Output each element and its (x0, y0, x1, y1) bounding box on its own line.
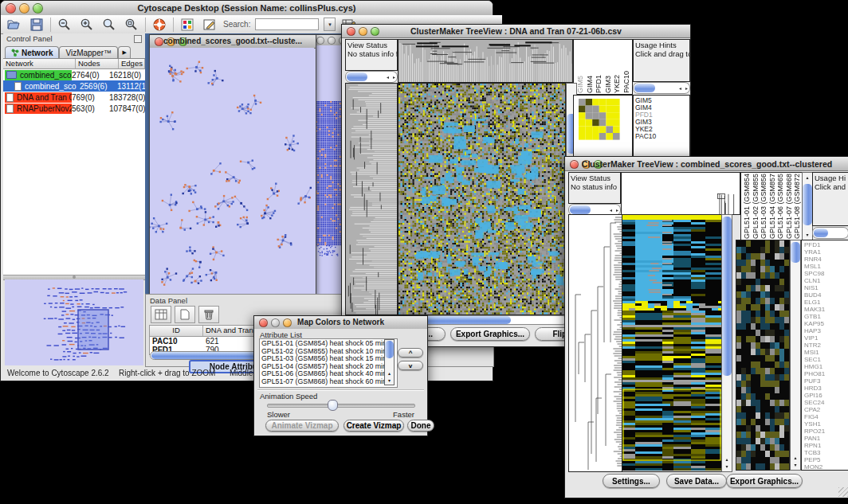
tv2-detail-vscrollbar[interactable]: ▴ ▾ (790, 240, 801, 471)
column-label[interactable]: GPL51-08 (GSM872) (793, 174, 802, 239)
gene-label[interactable]: YSH1 (804, 420, 848, 428)
attribute-list[interactable]: GPL51-01 (GSM854) heat shock 05 minGPL51… (259, 338, 398, 388)
tv2-save-data-button[interactable]: Save Data... (666, 474, 727, 488)
tv1-status-scrollbar[interactable]: ◂ ▸ (345, 71, 398, 83)
gene-label[interactable]: SEC1 (804, 356, 848, 363)
tv1-detail-matrix[interactable] (579, 99, 620, 140)
tv2-export-graphics-button[interactable]: Export Graphics... (726, 474, 803, 488)
column-label[interactable]: GPL51-01 (GSM854) (743, 174, 752, 239)
save-button[interactable] (28, 17, 45, 33)
gene-label[interactable]: VIP1 (804, 334, 848, 342)
gene-label[interactable]: MON2 (804, 463, 848, 470)
tv2-heatmap[interactable] (622, 214, 722, 472)
network-window[interactable]: combined_scores_good.txt--cluste... (149, 34, 316, 295)
move-up-button[interactable]: ^ (398, 348, 423, 357)
gene-label[interactable]: RPN1 (804, 442, 848, 449)
tv2-heatmap-vscrollbar[interactable]: ▴ ▾ (721, 214, 732, 472)
minimize-icon[interactable] (328, 37, 336, 45)
tv2-usage-scrollbar[interactable] (812, 227, 848, 239)
treeview2-title-bar[interactable]: ClusterMaker TreeView : combined_scores_… (565, 157, 848, 171)
gene-label[interactable]: HRD3 (804, 385, 848, 392)
gene-label[interactable]: PAN1 (804, 435, 848, 442)
network-row[interactable]: combined_sco 2569(6) 13112(15) (3, 80, 145, 92)
gene-label[interactable]: YRA1 (804, 248, 848, 256)
gene-label[interactable]: TCB3 (804, 449, 848, 456)
birds-eye-view[interactable] (5, 279, 143, 365)
column-label[interactable]: GIM5 (576, 76, 585, 93)
close-icon[interactable] (316, 37, 324, 45)
animate-vizmap-button[interactable]: Animate Vizmap (265, 420, 339, 432)
gene-label[interactable]: BUD4 (804, 291, 848, 299)
attribute-item[interactable]: GPL51-07 (GSM868) heat shock 60 min (261, 378, 395, 386)
tv1-row-dendrogram[interactable] (345, 83, 398, 315)
move-down-button[interactable]: v (398, 361, 423, 370)
column-label[interactable]: GIM3 (604, 76, 613, 93)
column-label[interactable]: GPL51-07 (GSM868) (785, 174, 794, 239)
new-attribute-button[interactable] (175, 306, 195, 323)
attribute-list-scrollbar[interactable]: ▴ ▾ (384, 339, 395, 385)
gene-label[interactable]: PUF3 (804, 377, 848, 385)
tv2-settings-button[interactable]: Settings... (603, 474, 660, 488)
column-label[interactable]: PAC10 (622, 71, 631, 93)
column-label[interactable]: PFD1 (595, 75, 603, 93)
tv1-heatmap[interactable] (398, 83, 566, 315)
column-label[interactable]: GPL51-04 (GSM857) (768, 174, 777, 239)
animation-speed-slider[interactable] (267, 404, 415, 408)
gene-label[interactable]: GTB1 (804, 313, 848, 320)
gene-label[interactable]: RNR4 (804, 256, 848, 263)
gene-label[interactable]: CPA2 (804, 406, 848, 413)
tv2-column-dendrogram[interactable] (621, 172, 740, 215)
zoom-selected-button[interactable] (100, 17, 118, 33)
gene-label[interactable]: GPI16 (804, 392, 848, 399)
column-label[interactable]: GIM4 (586, 76, 595, 93)
gene-label[interactable]: CLN1 (804, 277, 848, 284)
network-view-canvas[interactable] (150, 48, 314, 293)
gene-label[interactable]: PFD1 (804, 241, 848, 248)
zoom-out-button[interactable] (56, 17, 73, 33)
network-row[interactable]: DNA and Tran 07 769(0) 183728(0) (3, 92, 145, 103)
done-button[interactable]: Done (407, 420, 434, 432)
gene-label[interactable]: MSL1 (804, 263, 848, 270)
gene-label[interactable]: HMG1 (804, 363, 848, 370)
tab-vizmapper[interactable]: VizMapper™ (59, 46, 118, 58)
network-row[interactable]: RNAPuberNov2+ 563(0) 107847(0) (3, 103, 145, 114)
column-label[interactable]: YKE2 (613, 75, 622, 93)
network-window-background[interactable] (313, 34, 345, 295)
dense-network-view[interactable] (314, 45, 343, 293)
resize-grip[interactable] (838, 487, 848, 497)
search-dropdown-icon[interactable]: ▾ (324, 18, 336, 31)
gene-label[interactable]: SEC24 (804, 399, 848, 406)
tv1-column-dendrogram[interactable] (398, 39, 573, 83)
treeview1-title-bar[interactable]: ClusterMaker TreeView : DNA and Tran 07-… (342, 25, 690, 38)
delete-attribute-button[interactable] (198, 306, 219, 323)
gene-label[interactable]: PHO81 (804, 370, 848, 377)
gene-label[interactable]: PEP5 (804, 456, 848, 463)
dialog-title-bar[interactable]: Map Colors to Network (254, 316, 427, 330)
column-label[interactable]: GPL51-06 (GSM865) (776, 174, 785, 239)
create-vizmap-button[interactable]: Create Vizmap (344, 420, 404, 432)
slider-thumb[interactable] (328, 400, 338, 411)
gene-label[interactable]: MSI1 (804, 349, 848, 356)
annotation-button[interactable] (201, 17, 218, 33)
tv2-collabel-vscrollbar[interactable]: ▴ ▾ (802, 172, 813, 240)
zoom-in-button[interactable] (78, 17, 96, 33)
tab-network[interactable]: Network (5, 46, 59, 58)
open-file-button[interactable] (6, 17, 23, 33)
zoom-fit-button[interactable] (123, 17, 140, 33)
column-label[interactable]: GPL51-03 (GSM856) (760, 174, 768, 239)
tab-overflow-icon[interactable]: ▶ (118, 46, 131, 58)
gene-label[interactable]: MAK31 (804, 306, 848, 313)
gene-label[interactable]: PAC10 (635, 133, 689, 140)
vizmap-button[interactable] (179, 17, 196, 33)
main-title-bar[interactable]: Cytoscape Desktop (Session Name: collins… (1, 1, 493, 16)
column-label[interactable]: GPL51-02 (GSM855) (752, 174, 760, 239)
gene-label[interactable]: FIG4 (804, 413, 848, 420)
gene-label[interactable]: SPC98 (804, 270, 848, 277)
tv2-detail-grid[interactable] (736, 240, 790, 471)
gene-label[interactable]: NTR2 (804, 342, 848, 349)
network-row[interactable]: combined_scores 2764(0) 16218(0) (3, 69, 145, 80)
gene-label[interactable]: KAP95 (804, 320, 848, 327)
tv2-row-dendrogram[interactable] (568, 214, 622, 472)
gene-label[interactable]: RPO21 (804, 428, 848, 435)
tv1-export-graphics-button[interactable]: Export Graphics... (450, 327, 530, 341)
